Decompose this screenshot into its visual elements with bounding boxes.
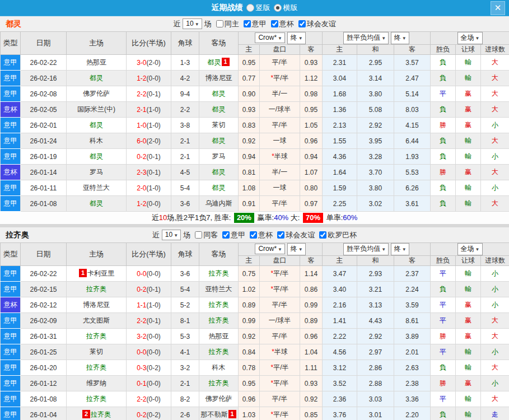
match-row: 意甲 26-01-08 都灵 1-2(0-0) 3-6 乌迪内斯 0.91 平/… — [1, 196, 509, 212]
cell-score: 2-3(0-1) — [127, 165, 171, 180]
filter-checkbox-同主[interactable]: 同主 — [214, 19, 239, 29]
cell-league: 意甲 — [1, 149, 21, 165]
period-select[interactable]: 全场▼ — [457, 243, 483, 255]
match-row: 意甲 26-01-19 都灵 0-2(0-1) 2-1 罗马 0.94 *半球 … — [1, 149, 509, 165]
cell-home-team: 2拉齐奥 — [67, 407, 127, 420]
cell-result: 負 — [431, 196, 456, 212]
avg-time-select[interactable]: 终▼ — [391, 243, 409, 255]
col-date: 日期 — [21, 243, 67, 266]
cell-home-team: 亚特兰大 — [67, 180, 127, 196]
match-count-select[interactable]: 10▼ — [183, 18, 202, 29]
cell-result: 負 — [431, 282, 456, 297]
cell-handicap: *平/半 — [260, 360, 300, 376]
checkbox-欧罗巴杯[interactable] — [319, 231, 326, 239]
team-label: 都灵 — [212, 168, 226, 176]
odds-time-select[interactable]: 终▼ — [287, 32, 306, 44]
team-label: 罗马 — [212, 152, 226, 160]
cell-away-team: 都灵 — [199, 165, 239, 180]
match-row: 意甲 26-01-20 拉齐奥 0-3(0-2) 3-2 科木 0.78 *平/… — [1, 360, 509, 376]
games-label: 场 — [204, 19, 212, 29]
cell-avg-draw: 3.21 — [357, 282, 394, 297]
cell-avg-draw: 5.08 — [357, 102, 394, 118]
big-rate-badge: 70% — [303, 213, 323, 223]
cell-handicap: 半/一 — [260, 86, 300, 102]
section-bar: 都灵 近 10▼ 场 同主意甲意杯球会友谊 — [0, 16, 509, 31]
period-select[interactable]: 全场▼ — [457, 32, 483, 44]
filter-checkbox-意甲[interactable]: 意甲 — [220, 230, 245, 240]
team-label: 拉齐奥 — [209, 316, 229, 324]
cell-avg-home: 3.76 — [323, 407, 357, 420]
checkbox-球会友谊[interactable] — [298, 20, 306, 27]
team-label: 亚特兰大 — [206, 285, 232, 293]
checkbox-意杯[interactable] — [250, 231, 257, 239]
cell-avg-away: 2.24 — [394, 282, 431, 297]
cell-handicap: *平/半 — [260, 282, 300, 297]
avg-time-select[interactable]: 终▼ — [391, 32, 409, 44]
cell-result: 勝 — [431, 329, 456, 344]
filter-checkbox-球会友谊[interactable]: 球会友谊 — [296, 19, 336, 29]
team-label: 都灵 — [212, 105, 226, 113]
fulltime-group: 全场▼ — [431, 32, 509, 45]
cell-handicap-result: 輸 — [456, 133, 481, 149]
checkbox-意甲[interactable] — [222, 231, 230, 239]
checkbox-意杯[interactable] — [271, 20, 278, 27]
cell-odds-away: 0.93 — [300, 55, 323, 71]
filter-checkbox-同客[interactable]: 同客 — [193, 230, 218, 240]
match-count-select[interactable]: 10▼ — [162, 230, 181, 240]
filter-checkbox-球会友谊[interactable]: 球会友谊 — [275, 230, 315, 240]
cell-away-team: 佛罗伦萨 — [199, 391, 239, 407]
filter-checkbox-意杯[interactable]: 意杯 — [248, 230, 273, 240]
cell-goals: 大 — [481, 360, 509, 376]
cell-handicap-result: 赢 — [456, 329, 481, 344]
bookmaker-select[interactable]: Crow*▼ — [255, 244, 285, 254]
checkbox-同客[interactable] — [195, 231, 202, 239]
cell-league: 意甲 — [1, 133, 21, 149]
bookmaker-select[interactable]: Crow*▼ — [255, 32, 285, 43]
rank-badge: 1 — [79, 269, 87, 277]
radio-vertical-layout[interactable]: 竖版 — [246, 3, 270, 13]
cell-away-team: 博洛尼亚 — [199, 71, 239, 86]
match-row: 意杯 26-02-05 国际米兰(中) 2-1(1-0) 2-2 都灵 0.93… — [1, 102, 509, 118]
checkbox-球会友谊[interactable] — [277, 231, 284, 239]
cell-odds-away: 0.99 — [300, 297, 323, 313]
cell-avg-away: 3.59 — [394, 297, 431, 313]
cell-odds-home: 0.95 — [239, 376, 260, 391]
cell-score: 3-2(0-0) — [127, 329, 171, 344]
cell-league: 意甲 — [1, 266, 21, 282]
cell-avg-away: 6.44 — [394, 133, 431, 149]
cell-odds-away: 1.05 — [300, 118, 323, 133]
section-team-name: 拉齐奥 — [6, 230, 29, 240]
odds-time-select[interactable]: 终▼ — [287, 243, 306, 255]
cell-handicap-result: 輸 — [456, 266, 481, 282]
radio-horizontal-layout[interactable]: 横版 — [274, 3, 298, 13]
checkbox-同主[interactable] — [216, 20, 223, 27]
cell-away-team: 都灵 — [199, 86, 239, 102]
match-row: 意甲 26-01-25 莱切 0-0(0-0) 4-1 拉齐奥 0.84 *半球… — [1, 344, 509, 360]
cell-avg-draw: 3.80 — [357, 180, 394, 196]
checkbox-意甲[interactable] — [244, 20, 251, 27]
cell-avg-away: 8.61 — [394, 313, 431, 329]
team-label: 拉齐奥 — [86, 395, 106, 403]
filter-checkbox-欧罗巴杯[interactable]: 欧罗巴杯 — [317, 230, 357, 240]
team-label: 尤文图斯 — [83, 316, 110, 324]
cell-date: 26-02-16 — [21, 71, 67, 86]
cell-score: 0-2(0-1) — [127, 149, 171, 165]
cell-avg-home: 1.41 — [323, 313, 357, 329]
close-button[interactable]: ✕ — [491, 1, 505, 15]
match-row: 意杯 26-01-14 罗马 2-3(0-1) 4-5 都灵 0.81 半/一 … — [1, 165, 509, 180]
chevron-down-icon: ▼ — [475, 247, 480, 252]
filter-checkbox-意甲[interactable]: 意甲 — [241, 19, 267, 29]
cell-away-team: 莱切 — [199, 118, 239, 133]
cell-corners: 5-4 — [171, 282, 199, 297]
cell-league: 意甲 — [1, 344, 21, 360]
cell-date: 26-02-08 — [21, 86, 67, 102]
cell-avg-home: 4.56 — [323, 344, 357, 360]
avg-odds-select[interactable]: 胜平负均值▼ — [343, 243, 389, 255]
match-row: 意甲 26-01-12 维罗纳 0-1(0-0) 2-1 拉齐奥 0.95 *平… — [1, 376, 509, 391]
subcol-胜负: 胜负 — [431, 256, 456, 266]
cell-date: 26-01-14 — [21, 165, 67, 180]
col-type: 类型 — [1, 32, 21, 55]
avg-odds-select[interactable]: 胜平负均值▼ — [343, 32, 389, 44]
match-row: 意甲 26-01-04 2拉齐奥 0-2(0-2) 2-6 那不勒斯1 1.03… — [1, 407, 509, 420]
filter-checkbox-意杯[interactable]: 意杯 — [269, 19, 294, 29]
